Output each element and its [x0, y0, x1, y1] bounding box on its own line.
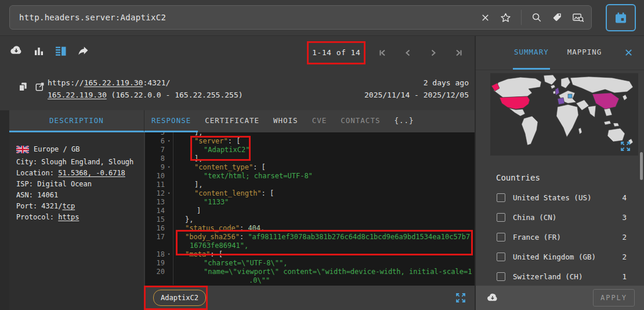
expand-icon[interactable] — [455, 292, 466, 304]
cloud-download-icon[interactable] — [485, 292, 499, 304]
host-ip-link[interactable]: 165.22.119.30 — [84, 78, 143, 87]
code-bottom-bar: AdaptixC2 — [145, 286, 475, 310]
tab-certificate[interactable]: CERTIFICATE — [198, 110, 266, 132]
world-map[interactable] — [490, 73, 638, 156]
field-asn: ASN: 14061 — [16, 190, 140, 201]
host-info: https://165.22.119.30:4321/ 165.22.119.3… — [48, 77, 243, 101]
checkbox[interactable] — [497, 213, 505, 222]
code-line: 11], — [145, 181, 475, 189]
country-row-ch[interactable]: Switzerland (CH) 1 — [497, 271, 627, 282]
ip-link[interactable]: 165.22.119.30 — [48, 91, 107, 99]
field-city: City: Slough England, Slough — [16, 157, 140, 168]
field-isp: ISP: Digital Ocean — [16, 179, 140, 190]
country-count: 2 — [622, 253, 627, 261]
search-input[interactable]: http.headers.server:AdaptixC2 — [9, 5, 592, 30]
map-country-uk — [555, 88, 559, 95]
summary-header: SUMMARY MAPPING — [476, 36, 644, 70]
date-range: 2025/11/14 - 2025/12/05 — [364, 89, 469, 101]
checkbox[interactable] — [497, 193, 505, 202]
host-ip-range: 165.22.119.30 (165.22.0.0 - 165.22.255.2… — [48, 89, 243, 101]
country-count: 2 — [622, 233, 627, 241]
open-external-icon[interactable] — [34, 81, 45, 92]
apply-button[interactable]: APPLY — [593, 289, 635, 307]
clear-icon[interactable] — [480, 13, 490, 23]
detail-tabbar: DESCRIPTION RESPONSE CERTIFICATE WHOIS C… — [9, 110, 475, 132]
pagination-controls — [377, 48, 464, 58]
code-line: 5], — [145, 132, 475, 137]
cloud-download-icon[interactable] — [8, 44, 23, 57]
search-icon[interactable] — [531, 12, 542, 23]
calendar-button[interactable] — [606, 4, 636, 31]
country-row-cn[interactable]: China (CN) 3 — [497, 211, 627, 223]
country-row-us[interactable]: United States (US) 4 — [497, 192, 627, 203]
copy-icon[interactable] — [17, 81, 28, 92]
field-location: Location: 51.5368, -0.6718 — [16, 168, 140, 179]
next-page-icon[interactable] — [428, 48, 439, 58]
map-marker — [568, 94, 572, 98]
close-icon[interactable] — [624, 48, 634, 57]
field-port: Port: 4321/tcp — [16, 201, 140, 212]
country-count: 3 — [622, 213, 627, 222]
calendar-icon — [614, 11, 628, 25]
checkbox[interactable] — [497, 253, 505, 261]
country-count: 4 — [622, 193, 627, 202]
host-url[interactable]: https://165.22.119.30:4321/ — [48, 77, 243, 89]
list-view-icon[interactable] — [55, 45, 67, 56]
top-search-bar: http.headers.server:AdaptixC2 — [0, 0, 644, 36]
results-toolbar — [8, 44, 89, 57]
countries-title: Countries — [496, 173, 540, 182]
tag-icon[interactable] — [552, 12, 562, 23]
map-expand-icon[interactable] — [620, 140, 631, 152]
tab-description[interactable]: DESCRIPTION — [9, 110, 144, 132]
code-line: 14] — [145, 207, 475, 215]
code-line: 7"AdaptixC2" — [145, 146, 475, 154]
bar-chart-icon[interactable] — [33, 45, 45, 56]
tab-summary[interactable]: SUMMARY — [513, 36, 550, 70]
region-label: Europe / GB — [34, 144, 79, 155]
last-seen: 2 days ago — [364, 77, 469, 89]
protocol-link[interactable]: https — [58, 213, 79, 221]
prev-page-icon[interactable] — [403, 48, 413, 58]
code-lines: 5],6▾"server": [7"AdaptixC2"8],9▾"conten… — [145, 132, 475, 285]
country-row-fr[interactable]: France (FR) 2 — [497, 231, 627, 243]
response-json-viewer[interactable]: 5],6▾"server": [7"AdaptixC2"8],9▾"conten… — [145, 132, 475, 286]
tab-response[interactable]: RESPONSE — [144, 110, 198, 132]
map-country-fr — [558, 98, 565, 104]
code-line: 20"name=\"viewport\" content=\"width=dev… — [145, 268, 475, 276]
code-line: 10"text/html; charset=UTF-8" — [145, 172, 475, 181]
summary-footer: APPLY — [476, 286, 644, 310]
summary-panel: SUMMARY MAPPING — [476, 36, 644, 310]
tab-contacts[interactable]: CONTACTS — [334, 110, 387, 132]
port-proto-link[interactable]: tcp — [62, 202, 75, 210]
countries-list: United States (US) 4 China (CN) 3 France… — [497, 192, 627, 290]
last-page-icon[interactable] — [454, 48, 464, 58]
code-line: 6▾"server": [ — [145, 137, 475, 146]
code-line: 16"status_code": 404, — [145, 224, 475, 233]
tab-cve[interactable]: CVE — [305, 110, 334, 132]
tab-raw-json[interactable]: {..} — [387, 110, 421, 132]
tab-mapping[interactable]: MAPPING — [566, 36, 603, 70]
star-icon[interactable] — [500, 12, 511, 23]
share-icon[interactable] — [77, 45, 89, 56]
left-edge-strip — [0, 110, 9, 310]
pagination-range: 1-14 of 14 — [312, 48, 360, 57]
uk-flag-icon — [16, 146, 29, 153]
code-line: 17"body_sha256": "af98111ef3078ab381b276… — [145, 233, 475, 241]
code-line: 9▾"content_type": [ — [145, 163, 475, 172]
first-page-icon[interactable] — [377, 48, 388, 58]
code-line: 13"1133" — [145, 198, 475, 207]
server-tag-chip[interactable]: AdaptixC2 — [153, 290, 206, 306]
image-search-icon[interactable] — [572, 12, 584, 23]
code-line: .0\"" — [145, 276, 475, 285]
checkbox[interactable] — [497, 272, 505, 281]
map-country-cn — [592, 93, 619, 109]
country-row-gb[interactable]: United Kingdom (GB) 2 — [497, 251, 627, 262]
code-line: 12▾"content_length": [ — [145, 189, 475, 198]
code-line: 8], — [145, 154, 475, 163]
checkbox[interactable] — [497, 233, 505, 241]
tab-whois[interactable]: WHOIS — [266, 110, 305, 132]
search-query-text[interactable]: http.headers.server:AdaptixC2 — [19, 13, 480, 22]
scrollbar-thumb[interactable] — [640, 152, 643, 180]
code-line: 15}, — [145, 215, 475, 224]
location-link[interactable]: 51.5368, -0.6718 — [58, 169, 125, 177]
